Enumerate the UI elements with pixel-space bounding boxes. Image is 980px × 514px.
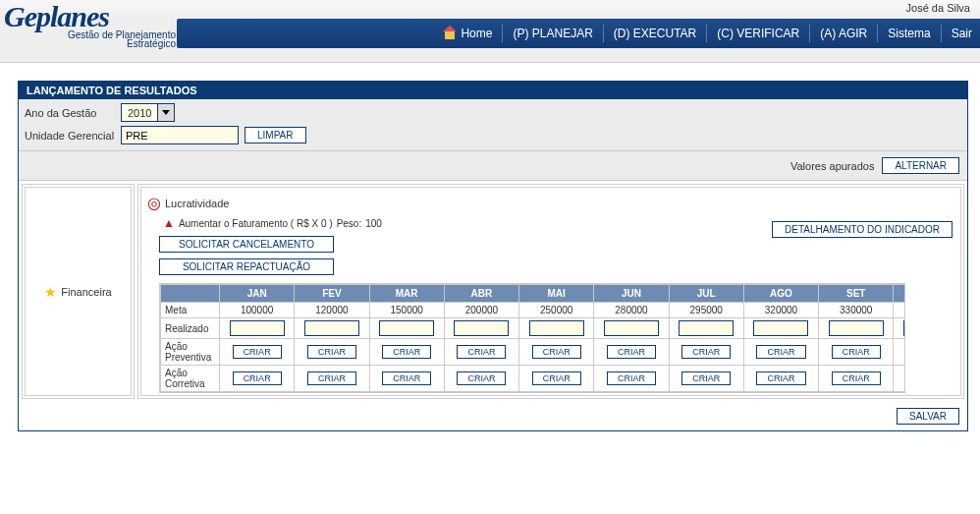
- nav-sistema[interactable]: Sistema: [888, 27, 930, 40]
- app-logo: Geplanes Gestão de Planejamento Estratég…: [4, 2, 176, 49]
- thermometer-icon: ▲: [163, 216, 175, 230]
- col-jan: JAN: [220, 285, 295, 303]
- col-jun: JUN: [594, 285, 669, 303]
- limpar-button[interactable]: LIMPAR: [245, 127, 306, 143]
- realizado-input-out[interactable]: [903, 320, 905, 336]
- meta-ago: 320000: [743, 303, 818, 318]
- realizado-input-jun[interactable]: [604, 320, 659, 336]
- indicator-panel: ◎ Lucratividade ▲ Aumentar o Faturamento…: [137, 184, 964, 399]
- meta-jan: 100000: [220, 303, 295, 318]
- criar-corretiva-mai[interactable]: CRIAR: [532, 371, 581, 385]
- main-nav: Home (P) PLANEJAR (D) EXECUTAR (C) VERIF…: [177, 19, 980, 48]
- criar-corretiva-set[interactable]: CRIAR: [832, 371, 881, 385]
- col-ago: AGO: [743, 285, 818, 303]
- criar-preventiva-set[interactable]: CRIAR: [832, 345, 881, 359]
- realizado-input-mai[interactable]: [529, 320, 584, 336]
- criar-preventiva-ago[interactable]: CRIAR: [756, 345, 805, 359]
- criar-preventiva-jun[interactable]: CRIAR: [607, 345, 656, 359]
- meta-jul: 295000: [669, 303, 743, 318]
- panel-title: LANÇAMENTO DE RESULTADOS: [19, 82, 967, 99]
- criar-corretiva-abr[interactable]: CRIAR: [457, 371, 506, 385]
- detalhamento-button[interactable]: DETALHAMENTO DO INDICADOR: [772, 221, 953, 238]
- nav-planejar[interactable]: (P) PLANEJAR: [513, 27, 592, 40]
- criar-preventiva-mar[interactable]: CRIAR: [382, 345, 431, 359]
- nav-sair[interactable]: Sair: [952, 27, 972, 40]
- meta-abr: 200000: [444, 303, 518, 318]
- col-set: SET: [819, 285, 894, 303]
- chevron-down-icon[interactable]: [157, 104, 174, 121]
- col-mai: MAI: [519, 285, 594, 303]
- valores-apurados-label: Valores apurados: [790, 160, 874, 172]
- star-icon: ★: [44, 284, 57, 300]
- ano-select[interactable]: 2010: [121, 103, 175, 122]
- toolbar-right: Valores apurados ALTERNAR: [19, 151, 967, 180]
- criar-corretiva-mar[interactable]: CRIAR: [382, 371, 431, 385]
- row-realizado-label: Realizado: [161, 318, 220, 339]
- row-preventiva-label: Ação Preventiva: [161, 339, 220, 366]
- nav-home[interactable]: Home: [443, 27, 492, 40]
- ano-label: Ano da Gestão: [25, 107, 115, 119]
- realizado-input-mar[interactable]: [379, 320, 434, 336]
- indicator-name: Lucratividade: [165, 198, 229, 209]
- peso-label: Peso:: [337, 218, 362, 229]
- meta-set: 330000: [819, 303, 894, 318]
- col-jul: JUL: [669, 285, 743, 303]
- nav-verificar[interactable]: (C) VERIFICAR: [717, 27, 799, 40]
- criar-corretiva-jun[interactable]: CRIAR: [607, 371, 656, 385]
- unidade-label: Unidade Gerencial: [25, 130, 115, 142]
- row-corretiva-label: Ação Corretiva: [161, 366, 220, 392]
- filter-bar: Ano da Gestão 2010 Unidade Gerencial LIM…: [19, 99, 967, 151]
- meta-mar: 150000: [369, 303, 444, 318]
- criar-preventiva-abr[interactable]: CRIAR: [457, 345, 506, 359]
- solicitar-cancelamento-button[interactable]: SOLICITAR CANCELAMENTO: [159, 236, 334, 253]
- target-icon: ◎: [147, 194, 161, 212]
- user-name: José da Silva: [906, 2, 970, 14]
- realizado-input-fev[interactable]: [304, 320, 359, 336]
- criar-preventiva-mai[interactable]: CRIAR: [532, 345, 581, 359]
- unidade-input[interactable]: [121, 126, 239, 144]
- criar-preventiva-jul[interactable]: CRIAR: [681, 345, 731, 359]
- criar-preventiva-fev[interactable]: CRIAR: [307, 345, 356, 359]
- solicitar-repactuacao-button[interactable]: SOLICITAR REPACTUAÇÃO: [159, 258, 334, 275]
- nav-executar[interactable]: (D) EXECUTAR: [614, 27, 696, 40]
- col-out: OUT: [894, 285, 905, 303]
- home-icon: [443, 28, 457, 39]
- meta-out: 340000: [894, 303, 905, 318]
- perspective-financeira: ★ Financeira: [22, 184, 135, 399]
- salvar-button[interactable]: SALVAR: [897, 408, 959, 425]
- ano-value: 2010: [122, 107, 157, 119]
- criar-corretiva-jan[interactable]: CRIAR: [233, 371, 282, 385]
- logo-main: Geplanes: [4, 2, 176, 31]
- criar-preventiva-jan[interactable]: CRIAR: [233, 345, 282, 359]
- realizado-input-jul[interactable]: [679, 320, 734, 336]
- row-meta-label: Meta: [161, 303, 220, 318]
- data-table-scroll[interactable]: JANFEVMARABRMAIJUNJULAGOSETOUTNOV Meta10…: [159, 283, 905, 393]
- col-mar: MAR: [369, 285, 444, 303]
- meta-mai: 250000: [519, 303, 594, 318]
- main-panel: LANÇAMENTO DE RESULTADOS Ano da Gestão 2…: [18, 81, 968, 431]
- criar-corretiva-ago[interactable]: CRIAR: [756, 371, 805, 385]
- indicator-sub: Aumentar o Faturamento ( R$ X 0 ): [179, 218, 333, 229]
- peso-value: 100: [365, 218, 382, 229]
- data-table: JANFEVMARABRMAIJUNJULAGOSETOUTNOV Meta10…: [160, 284, 905, 392]
- meta-jun: 280000: [594, 303, 669, 318]
- side-label: Financeira: [61, 286, 111, 298]
- nav-agir[interactable]: (A) AGIR: [820, 27, 867, 40]
- realizado-input-jan[interactable]: [230, 320, 285, 336]
- col-fev: FEV: [295, 285, 369, 303]
- criar-corretiva-jul[interactable]: CRIAR: [681, 371, 731, 385]
- alternar-button[interactable]: ALTERNAR: [882, 157, 959, 174]
- criar-corretiva-fev[interactable]: CRIAR: [307, 371, 356, 385]
- realizado-input-ago[interactable]: [753, 320, 808, 336]
- meta-fev: 120000: [295, 303, 369, 318]
- col-abr: ABR: [444, 285, 518, 303]
- realizado-input-abr[interactable]: [454, 320, 509, 336]
- realizado-input-set[interactable]: [829, 320, 884, 336]
